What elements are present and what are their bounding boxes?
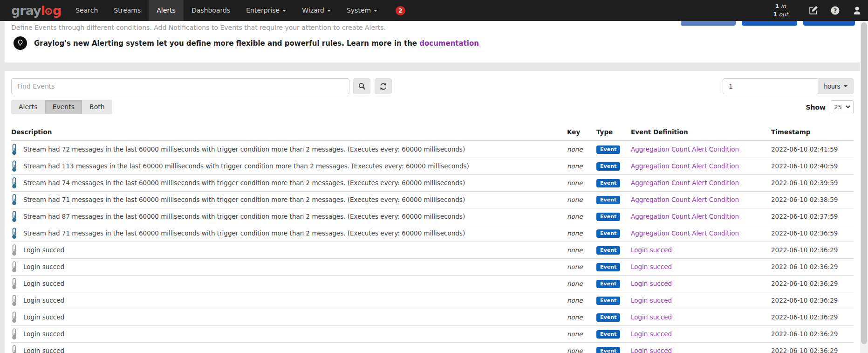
table-row[interactable]: Stream had 113 messages in the last 6000…	[11, 158, 854, 174]
time-range-input[interactable]	[723, 78, 818, 94]
throughput-in-unit: in	[781, 3, 786, 9]
event-definition-link[interactable]: Login succed	[631, 330, 672, 338]
event-description: Login succed	[23, 280, 64, 287]
throughput-out-unit: out	[779, 11, 788, 18]
events-table: Description Key Type Event Definition Ti…	[11, 125, 854, 353]
page-scrollbar[interactable]	[860, 21, 868, 353]
page-size-value: 25	[834, 104, 842, 111]
nav-item-search[interactable]: Search	[68, 0, 106, 21]
event-thermometer-icon	[11, 194, 17, 206]
event-timestamp: 2022-06-10 02:41:59	[771, 145, 838, 153]
refresh-button[interactable]	[375, 78, 392, 94]
event-type-badge: Event	[596, 347, 620, 353]
column-header-type: Type	[596, 125, 631, 141]
event-description: Login succed	[23, 330, 64, 338]
table-row[interactable]: Login succed none Event Login succed 202…	[11, 309, 854, 325]
table-row[interactable]: Login succed none Event Login succed 202…	[11, 342, 854, 353]
throughput-indicator[interactable]: 1 in 1 out	[773, 3, 788, 18]
event-definition-link[interactable]: Aggregation Count Alert Condition	[631, 179, 739, 187]
event-timestamp: 2022-06-10 02:36:29	[771, 313, 838, 321]
nav-item-dashboards[interactable]: Dashboards	[184, 0, 238, 21]
event-definition-link[interactable]: Login succed	[631, 263, 672, 270]
search-button[interactable]	[353, 78, 370, 94]
event-thermometer-icon	[11, 160, 17, 172]
tab-alerts[interactable]: Alerts	[11, 100, 45, 114]
event-timestamp: 2022-06-10 02:38:59	[771, 196, 838, 203]
events-toolbar: hours	[11, 78, 854, 94]
table-row[interactable]: Stream had 71 messages in the last 60000…	[11, 191, 854, 208]
event-timestamp: 2022-06-10 02:36:29	[771, 246, 838, 254]
table-row[interactable]: Login succed none Event Login succed 202…	[11, 292, 854, 309]
nav-item-system[interactable]: System	[339, 0, 385, 21]
table-row[interactable]: Login succed none Event Login succed 202…	[11, 242, 854, 258]
event-timestamp: 2022-06-10 02:36:29	[771, 263, 838, 270]
table-row[interactable]: Login succed none Event Login succed 202…	[11, 325, 854, 342]
event-key: none	[567, 280, 583, 287]
column-header-description: Description	[11, 125, 567, 141]
event-description: Stream had 113 messages in the last 6000…	[23, 162, 469, 170]
event-key: none	[567, 229, 583, 237]
tab-events[interactable]: Events	[45, 100, 82, 114]
top-navbar: graylg Search Streams Alerts Dashboards …	[0, 0, 868, 21]
event-type-badge: Event	[596, 280, 620, 288]
event-type-badge: Event	[596, 196, 620, 204]
table-row[interactable]: Stream had 71 messages in the last 60000…	[11, 225, 854, 242]
help-question-icon[interactable]: ?	[831, 6, 840, 15]
chevron-down-icon	[846, 105, 850, 109]
nav-item-enterprise[interactable]: Enterprise	[238, 0, 294, 21]
edit-pencil-square-icon[interactable]	[809, 6, 818, 15]
graylog-logo[interactable]: graylg	[11, 3, 61, 18]
documentation-link[interactable]: documentation	[419, 39, 479, 48]
event-description: Stream had 87 messages in the last 60000…	[23, 213, 465, 220]
section-gap	[0, 62, 868, 71]
event-thermometer-icon	[11, 345, 17, 353]
search-group	[11, 78, 392, 94]
chevron-down-icon	[282, 10, 286, 12]
table-row[interactable]: Stream had 87 messages in the last 60000…	[11, 208, 854, 225]
event-key: none	[567, 213, 583, 220]
event-definition-link[interactable]: Aggregation Count Alert Condition	[631, 145, 739, 153]
event-definition-link[interactable]: Login succed	[631, 297, 672, 304]
event-timestamp: 2022-06-10 02:36:29	[771, 347, 838, 353]
search-input[interactable]	[11, 78, 349, 94]
column-header-event-definition: Event Definition	[631, 125, 771, 141]
event-key: none	[567, 246, 583, 254]
table-row[interactable]: Stream had 72 messages in the last 60000…	[11, 141, 854, 158]
event-key: none	[567, 145, 583, 153]
refresh-icon	[379, 83, 387, 90]
event-definition-link[interactable]: Aggregation Count Alert Condition	[631, 162, 739, 170]
logo-text-red: lg	[41, 3, 62, 18]
event-definition-link[interactable]: Aggregation Count Alert Condition	[631, 196, 739, 203]
event-definition-link[interactable]: Login succed	[631, 246, 672, 254]
tab-both[interactable]: Both	[82, 100, 112, 114]
event-type-badge: Event	[596, 179, 620, 187]
event-key: none	[567, 297, 583, 304]
table-row[interactable]: Login succed none Event Login succed 202…	[11, 258, 854, 275]
events-panel: hours Alerts Events Both Show 25 Descrip…	[5, 71, 860, 353]
notification-count-badge[interactable]: 2	[396, 6, 405, 15]
nav-item-wizard[interactable]: Wizard	[294, 0, 339, 21]
event-definition-link[interactable]: Login succed	[631, 347, 672, 353]
table-row[interactable]: Login succed none Event Login succed 202…	[11, 275, 854, 292]
event-definition-link[interactable]: Aggregation Count Alert Condition	[631, 229, 739, 237]
user-account-icon[interactable]	[853, 6, 861, 15]
event-thermometer-icon	[11, 278, 17, 290]
column-header-timestamp: Timestamp	[771, 125, 854, 141]
event-description: Stream had 71 messages in the last 60000…	[23, 229, 465, 237]
table-row[interactable]: Stream had 74 messages in the last 60000…	[11, 174, 854, 191]
scrollbar-thumb[interactable]	[861, 22, 867, 344]
time-unit-dropdown[interactable]: hours	[818, 78, 854, 94]
nav-item-alerts[interactable]: Alerts	[149, 0, 184, 21]
event-definition-link[interactable]: Login succed	[631, 313, 672, 321]
event-description: Login succed	[23, 347, 64, 353]
navbar-right-section: 1 in 1 out ?	[773, 3, 868, 18]
nav-item-streams[interactable]: Streams	[106, 0, 149, 21]
event-definition-link[interactable]: Aggregation Count Alert Condition	[631, 213, 739, 220]
event-definition-link[interactable]: Login succed	[631, 280, 672, 287]
page-size-select[interactable]: 25	[831, 100, 854, 114]
throughput-out-value: 1	[773, 11, 777, 18]
alerting-info-text: Graylog's new Alerting system let you de…	[34, 39, 479, 48]
nav-menu: Search Streams Alerts Dashboards Enterpr…	[68, 0, 385, 21]
chevron-down-icon	[327, 10, 331, 12]
filter-row: Alerts Events Both Show 25	[11, 100, 854, 114]
